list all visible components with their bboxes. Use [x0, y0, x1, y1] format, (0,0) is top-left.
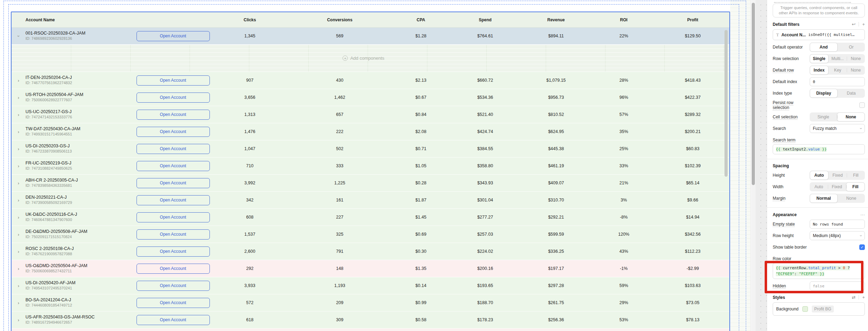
table-row[interactable]: ›US-DI-20250420-AF-JAMID: 74954310724953… — [12, 277, 729, 294]
row-collapse-chevron-icon[interactable]: › — [12, 34, 25, 39]
option-none[interactable]: None — [847, 66, 865, 75]
row-expand-chevron-icon[interactable]: › — [12, 181, 25, 186]
swap-icon[interactable]: ⇄ — [852, 295, 856, 300]
row-expand-chevron-icon[interactable]: › — [12, 78, 25, 83]
option-auto[interactable]: Auto — [810, 171, 829, 180]
plus-icon[interactable]: + — [862, 295, 865, 300]
ellipsis-icon[interactable]: ··· — [860, 212, 865, 217]
input-hidden[interactable]: false — [810, 281, 865, 290]
input-default-index[interactable]: 0 — [810, 77, 865, 86]
plus-icon[interactable]: + — [862, 22, 865, 27]
table-row[interactable]: ›001-RSOC-20250328-CA-JAMID: 74869892306… — [12, 28, 729, 45]
open-account-button[interactable]: Open Account — [137, 110, 210, 120]
option-key[interactable]: Key — [829, 66, 847, 75]
undo-icon[interactable]: ↩ — [852, 22, 856, 27]
table-row[interactable]: ›UK-D&DC-20250116-CA-JID: 74606478813479… — [12, 209, 729, 226]
option-none[interactable]: None — [838, 194, 865, 203]
row-expand-chevron-icon[interactable]: › — [12, 232, 25, 237]
option-and[interactable]: And — [810, 43, 838, 52]
option-normal[interactable]: Normal — [810, 194, 838, 203]
open-account-button[interactable]: Open Account — [137, 31, 210, 41]
input-empty-state[interactable]: No rows found — [810, 220, 865, 229]
code-input-search-term[interactable]: {{ textInput2.value }} — [773, 144, 865, 154]
table-row[interactable]: ›US-DI-20250203-GS-JID: 7467233870908506… — [12, 140, 729, 157]
column-header-revenue[interactable]: Revenue — [521, 17, 591, 22]
table-row[interactable]: ›DE-O&DMD-20250508-AF-JAMID: 75020911715… — [12, 226, 729, 243]
option-none[interactable]: None — [837, 112, 865, 122]
column-header-profit[interactable]: Profit — [656, 17, 729, 22]
table-row[interactable]: ›ABH-CR 2-20250305-CA-JID: 7478398584363… — [12, 175, 729, 192]
expanded-row-canvas[interactable]: +Add components — [12, 45, 729, 72]
open-account-button[interactable]: Open Account — [137, 247, 210, 257]
option-fill[interactable]: Fill — [847, 171, 865, 180]
table-row[interactable]: ›TW-DAT-20250430-CA-JAMID: 7499301517145… — [12, 123, 729, 140]
select-search[interactable]: Fuzzy match› — [810, 124, 865, 133]
row-expand-chevron-icon[interactable]: › — [12, 300, 25, 306]
row-expand-chevron-icon[interactable]: › — [12, 266, 25, 271]
table-row[interactable]: ›US-AFR-20250403-GS-JAM-RSOCID: 74891672… — [12, 311, 729, 329]
column-header-conversions[interactable]: Conversions — [287, 17, 392, 22]
open-account-button[interactable]: Open Account — [137, 229, 210, 240]
open-account-button[interactable]: Open Account — [137, 161, 210, 171]
canvas-scrollbar-thumb[interactable] — [752, 3, 755, 185]
open-account-button[interactable]: Open Account — [137, 281, 210, 291]
background-color-swatch[interactable] — [802, 306, 808, 312]
option-or[interactable]: Or — [838, 43, 865, 52]
row-expand-chevron-icon[interactable]: › — [12, 112, 25, 117]
column-header-clicks[interactable]: Clicks — [212, 17, 287, 22]
option-index[interactable]: Index — [810, 66, 829, 75]
column-header-roi[interactable]: ROI — [591, 17, 656, 22]
account-cell: US-UC-20250217-GS-JID: 74724714321533337… — [25, 109, 134, 120]
default-filter-chip[interactable]: TAccount N...isOneOf({{ multisel… — [773, 29, 865, 40]
option-single[interactable]: Single — [810, 112, 837, 122]
open-account-button[interactable]: Open Account — [137, 178, 210, 188]
open-account-button[interactable]: Open Account — [137, 298, 210, 308]
column-header-spend[interactable]: Spend — [450, 17, 521, 22]
option-fixed[interactable]: Fixed — [828, 182, 846, 191]
background-style-tag[interactable]: Profit BG — [812, 306, 834, 312]
table-row[interactable]: ›BO-SA-20241204-CA-JID: 7444608091854749… — [12, 294, 729, 311]
row-expand-chevron-icon[interactable]: › — [12, 129, 25, 134]
row-expand-chevron-icon[interactable]: › — [12, 215, 25, 220]
table-row[interactable]: ›DEN-20250221-CA-JID: 747390058509216972… — [12, 192, 729, 209]
option-none[interactable]: None — [847, 54, 865, 63]
row-expand-chevron-icon[interactable]: › — [12, 249, 25, 254]
table-row[interactable]: ›ROSC 2-20250108-CA-JID: 745762190095782… — [12, 243, 729, 260]
row-expand-chevron-icon[interactable]: › — [12, 146, 25, 152]
column-header-cpa[interactable]: CPA — [392, 17, 450, 22]
table-row[interactable]: ›US-RTOH-20250504-AF-JAMID: 750060062892… — [12, 89, 729, 106]
open-account-button[interactable]: Open Account — [137, 264, 210, 274]
option-multi[interactable]: Multi... — [829, 54, 847, 63]
table-row[interactable]: ›US-O&DMD-20250504-AF-JAMID: 75006006985… — [12, 260, 729, 277]
table-row[interactable] — [12, 329, 729, 331]
select-row-height[interactable]: Medium (48px)› — [810, 231, 865, 240]
option-auto[interactable]: Auto — [810, 182, 828, 191]
table-scrollbar-thumb[interactable] — [724, 30, 728, 177]
open-account-button[interactable]: Open Account — [137, 315, 210, 325]
table-row[interactable]: ›US-UC-20250217-GS-JID: 7472471432153333… — [12, 106, 729, 123]
open-account-button[interactable]: Open Account — [137, 93, 210, 103]
open-account-button[interactable]: Open Account — [137, 127, 210, 137]
add-components-button[interactable]: +Add components — [343, 56, 384, 61]
row-expand-chevron-icon[interactable]: › — [12, 198, 25, 203]
row-expand-chevron-icon[interactable]: › — [12, 95, 25, 100]
option-display[interactable]: Display — [810, 89, 838, 98]
row-expand-chevron-icon[interactable]: › — [12, 163, 25, 169]
open-account-button[interactable]: Open Account — [137, 144, 210, 154]
table-row[interactable]: ›FR-UC-20250219-GS-JID: 7473108824749850… — [12, 157, 729, 175]
row-expand-chevron-icon[interactable]: › — [12, 317, 25, 323]
row-expand-chevron-icon[interactable]: › — [12, 283, 25, 288]
option-fill[interactable]: Fill — [846, 182, 865, 191]
open-account-button[interactable]: Open Account — [137, 75, 210, 86]
open-account-button[interactable]: Open Account — [137, 195, 210, 205]
checkbox-persist-row-selection[interactable] — [859, 102, 865, 108]
option-single[interactable]: Single — [810, 54, 829, 63]
cell-revenue: $461.19 — [521, 163, 591, 168]
option-fixed[interactable]: Fixed — [829, 171, 847, 180]
option-data[interactable]: Data — [838, 89, 865, 98]
checkbox-show-table-border[interactable]: ✓ — [859, 244, 865, 250]
open-account-button[interactable]: Open Account — [137, 212, 210, 222]
table-row[interactable]: ›IT-DEN-20250204-CA-JID: 746770756196227… — [12, 72, 729, 89]
column-header-account-name[interactable]: Account Name — [25, 17, 134, 22]
code-input-row-color[interactable]: {{ currentRow.total_profit > 0 ?"ECF6E9"… — [773, 263, 865, 279]
